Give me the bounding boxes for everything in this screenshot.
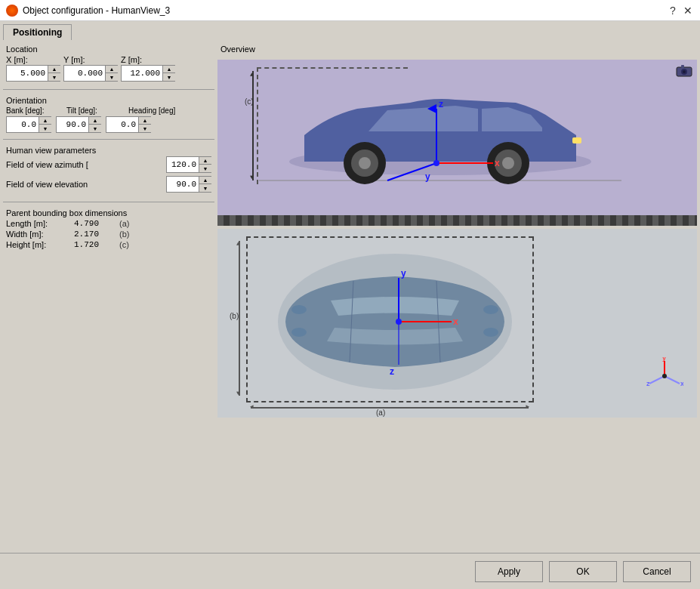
fov-elevation-down-btn[interactable]: ▼ bbox=[199, 184, 211, 192]
length-letter: (a) bbox=[119, 219, 129, 228]
x-spinbox-btns: ▲ ▼ bbox=[48, 66, 60, 81]
apply-button[interactable]: Apply bbox=[475, 561, 543, 582]
y-input[interactable] bbox=[64, 66, 105, 81]
z-down-btn[interactable]: ▼ bbox=[163, 73, 175, 81]
tab-positioning[interactable]: Positioning bbox=[3, 24, 72, 40]
width-label: Width [m]: bbox=[6, 230, 74, 239]
height-row: Height [m]: 1.720 (c) bbox=[6, 240, 211, 249]
ground-strip bbox=[217, 215, 697, 226]
z-up-btn[interactable]: ▲ bbox=[163, 66, 175, 73]
tilt-spinbox[interactable]: ▲ ▼ bbox=[56, 116, 101, 133]
z-spinbox-btns: ▲ ▼ bbox=[162, 66, 175, 81]
width-row: Width [m]: 2.170 (b) bbox=[6, 230, 211, 239]
bank-input[interactable] bbox=[7, 117, 39, 132]
close-button[interactable]: ✕ bbox=[682, 5, 694, 17]
fov-azimuth-btns: ▲ ▼ bbox=[199, 157, 211, 172]
z-field-group: Z [m]: ▲ ▼ bbox=[121, 55, 175, 82]
y-spinbox[interactable]: ▲ ▼ bbox=[63, 65, 118, 82]
svg-text:z: z bbox=[646, 380, 650, 387]
tilt-col-label: Tilt [deg]: bbox=[66, 106, 127, 115]
ok-button[interactable]: OK bbox=[549, 561, 617, 582]
a-arrow-line: ◄ ► bbox=[251, 407, 529, 409]
svg-point-27 bbox=[483, 328, 498, 337]
tilt-up-btn[interactable]: ▲ bbox=[89, 117, 101, 125]
title-bar-controls: ? ✕ bbox=[667, 5, 694, 17]
human-view-label: Human view parameters bbox=[6, 146, 211, 155]
x-down-btn[interactable]: ▼ bbox=[48, 73, 60, 81]
x-spinbox[interactable]: ▲ ▼ bbox=[6, 65, 60, 82]
location-section: Location X [m]: ▲ ▼ Y [m]: bbox=[3, 43, 214, 85]
app-icon bbox=[6, 5, 18, 17]
heading-up-btn[interactable]: ▲ bbox=[139, 117, 151, 125]
svg-text:x: x bbox=[495, 158, 500, 168]
y-down-btn[interactable]: ▼ bbox=[106, 73, 118, 81]
svg-point-25 bbox=[291, 328, 307, 337]
location-label: Location bbox=[6, 45, 211, 54]
x-input[interactable] bbox=[7, 66, 48, 81]
height-letter: (c) bbox=[119, 240, 129, 249]
bank-col-label: Bank [deg]: bbox=[6, 106, 65, 115]
tab-bar: Positioning bbox=[0, 21, 700, 40]
heading-down-btn[interactable]: ▼ bbox=[139, 125, 151, 132]
length-value: 4.790 bbox=[74, 219, 119, 228]
fov-elevation-row: Field of view elevation ▲ ▼ bbox=[6, 176, 211, 193]
title-bar: Object configuration - HumanView_3 ? ✕ bbox=[0, 0, 700, 21]
svg-point-2 bbox=[683, 70, 686, 73]
cancel-button[interactable]: Cancel bbox=[623, 561, 691, 582]
svg-text:x: x bbox=[453, 316, 458, 327]
bank-down-btn[interactable]: ▼ bbox=[39, 125, 51, 132]
z-label: Z [m]: bbox=[121, 55, 175, 64]
fov-azimuth-label: Field of view azimuth [ bbox=[6, 160, 166, 169]
svg-point-26 bbox=[483, 305, 498, 314]
length-label: Length [m]: bbox=[6, 219, 74, 228]
height-value: 1.720 bbox=[74, 240, 119, 249]
car-side-svg: z x y bbox=[259, 71, 621, 192]
y-label: Y [m]: bbox=[63, 55, 118, 64]
right-panel: Overview (c) bbox=[217, 43, 697, 550]
svg-text:y: y bbox=[662, 357, 666, 362]
x-up-btn[interactable]: ▲ bbox=[48, 66, 60, 73]
divider-2 bbox=[3, 139, 214, 140]
fov-elevation-btns: ▲ ▼ bbox=[199, 177, 211, 192]
svg-text:z: z bbox=[390, 366, 394, 377]
bbox-left-v bbox=[246, 236, 248, 402]
bank-btns: ▲ ▼ bbox=[39, 117, 51, 132]
y-spinbox-btns: ▲ ▼ bbox=[105, 66, 118, 81]
main-window: Positioning Location X [m]: ▲ ▼ bbox=[0, 21, 700, 589]
fov-azimuth-input[interactable] bbox=[167, 157, 199, 172]
car-top-view: (b) ▲ ▼ (a) ◄ ► bbox=[217, 229, 697, 418]
svg-line-36 bbox=[665, 376, 680, 384]
fov-azimuth-spinbox[interactable]: ▲ ▼ bbox=[166, 156, 211, 173]
heading-input[interactable] bbox=[106, 117, 138, 132]
tilt-down-btn[interactable]: ▼ bbox=[89, 125, 101, 132]
a-label-top: (a) bbox=[376, 409, 385, 417]
bank-up-btn[interactable]: ▲ bbox=[39, 117, 51, 125]
heading-spinbox[interactable]: ▲ ▼ bbox=[106, 116, 151, 133]
svg-point-24 bbox=[291, 305, 307, 314]
dashed-h-line bbox=[257, 67, 408, 69]
dashed-v-line bbox=[257, 67, 258, 184]
tilt-input[interactable] bbox=[57, 117, 88, 132]
fov-azimuth-down-btn[interactable]: ▼ bbox=[199, 165, 211, 172]
svg-point-34 bbox=[396, 319, 402, 325]
x-label: X [m]: bbox=[6, 55, 60, 64]
fov-elevation-input[interactable] bbox=[167, 177, 199, 192]
help-button[interactable]: ? bbox=[667, 5, 679, 17]
z-input[interactable] bbox=[122, 66, 162, 81]
orientation-label: Orientation bbox=[6, 96, 211, 105]
heading-btns: ▲ ▼ bbox=[138, 117, 151, 132]
orientation-section: Orientation Bank [deg]: Tilt [deg]: Head… bbox=[3, 94, 214, 134]
bbox-label: Parent bounding box dimensions bbox=[6, 208, 211, 217]
fov-azimuth-up-btn[interactable]: ▲ bbox=[199, 157, 211, 165]
bank-spinbox[interactable]: ▲ ▼ bbox=[6, 116, 51, 133]
svg-point-41 bbox=[662, 374, 667, 378]
camera-icon bbox=[676, 64, 692, 78]
bbox-top-h bbox=[246, 236, 533, 238]
fov-elevation-up-btn[interactable]: ▲ bbox=[199, 177, 211, 184]
z-spinbox[interactable]: ▲ ▼ bbox=[121, 65, 175, 82]
y-up-btn[interactable]: ▲ bbox=[106, 66, 118, 73]
fov-elevation-label: Field of view elevation bbox=[6, 180, 166, 189]
width-letter: (b) bbox=[119, 230, 129, 239]
svg-text:x: x bbox=[680, 380, 683, 387]
fov-elevation-spinbox[interactable]: ▲ ▼ bbox=[166, 176, 211, 193]
